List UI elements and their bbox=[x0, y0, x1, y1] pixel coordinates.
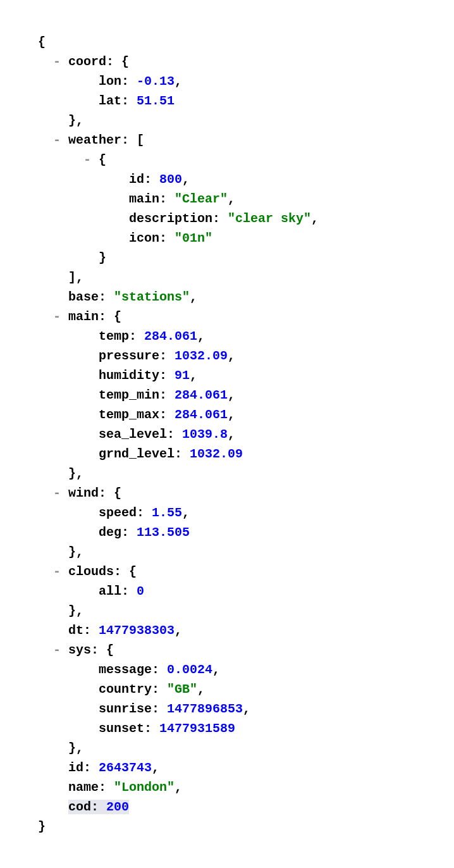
key-humidity: humidity bbox=[99, 368, 159, 383]
colon: : bbox=[167, 427, 182, 442]
sys-open-brace: { bbox=[106, 643, 114, 657]
key-name: name bbox=[68, 780, 99, 795]
weather-item-close-brace: } bbox=[99, 251, 106, 265]
colon: : bbox=[159, 368, 175, 383]
value-lon: -0.13 bbox=[137, 74, 175, 89]
comma: , bbox=[175, 74, 182, 89]
key-dt: dt bbox=[68, 623, 83, 638]
value-sys-country: "GB" bbox=[167, 682, 197, 697]
colon: : bbox=[159, 388, 175, 402]
key-weather-main: main bbox=[129, 192, 159, 206]
value-temp-max: 284.061 bbox=[175, 407, 228, 422]
key-weather-description: description bbox=[129, 211, 212, 226]
toggle-coord[interactable]: - bbox=[53, 54, 68, 69]
key-sys-sunrise: sunrise bbox=[99, 702, 152, 716]
value-sys-message: 0.0024 bbox=[167, 662, 212, 677]
value-sys-sunrise: 1477896853 bbox=[167, 702, 243, 716]
comma: , bbox=[76, 270, 83, 285]
value-weather-main: "Clear" bbox=[175, 192, 228, 206]
value-temp: 284.061 bbox=[144, 329, 197, 344]
highlighted-cod-row: cod: 200 bbox=[68, 800, 129, 814]
colon: : bbox=[121, 94, 137, 108]
toggle-weather[interactable]: - bbox=[53, 133, 68, 147]
value-weather-icon: "01n" bbox=[175, 231, 212, 245]
comma: , bbox=[175, 623, 182, 638]
colon: : bbox=[152, 682, 167, 697]
value-id: 2643743 bbox=[99, 760, 152, 775]
colon: : bbox=[121, 525, 137, 540]
comma: , bbox=[76, 545, 83, 559]
main-open-brace: { bbox=[114, 309, 121, 324]
colon: : bbox=[91, 643, 106, 657]
value-base: "stations" bbox=[114, 290, 190, 304]
key-lat: lat bbox=[99, 94, 121, 108]
key-weather-id: id bbox=[129, 172, 144, 187]
sys-close-brace: } bbox=[68, 741, 76, 755]
comma: , bbox=[76, 466, 83, 481]
coord-close-brace: } bbox=[68, 113, 76, 128]
colon: : bbox=[99, 780, 114, 795]
key-clouds: clouds bbox=[68, 564, 114, 579]
value-name: "London" bbox=[114, 780, 175, 795]
key-id: id bbox=[68, 760, 83, 775]
json-viewer: { - coord: { lon: -0.13, lat: 51.51 }, -… bbox=[38, 13, 416, 836]
root-open-brace: { bbox=[38, 35, 46, 49]
value-weather-id: 800 bbox=[159, 172, 182, 187]
comma: , bbox=[212, 662, 220, 677]
comma: , bbox=[76, 604, 83, 618]
value-sea-level: 1039.8 bbox=[182, 427, 228, 442]
key-cod: cod bbox=[68, 800, 91, 814]
toggle-weather-item[interactable]: - bbox=[83, 152, 99, 167]
comma: , bbox=[228, 349, 235, 363]
value-cod: 200 bbox=[106, 800, 129, 814]
root-close-brace: } bbox=[38, 819, 46, 834]
colon: : bbox=[144, 172, 159, 187]
key-temp-min: temp_min bbox=[99, 388, 159, 402]
value-dt: 1477938303 bbox=[99, 623, 175, 638]
colon: : bbox=[159, 349, 175, 363]
key-weather: weather bbox=[68, 133, 121, 147]
value-temp-min: 284.061 bbox=[175, 388, 228, 402]
key-sea-level: sea_level bbox=[99, 427, 167, 442]
toggle-sys[interactable]: - bbox=[53, 643, 68, 657]
comma: , bbox=[228, 388, 235, 402]
key-speed: speed bbox=[99, 505, 137, 520]
value-deg: 113.505 bbox=[137, 525, 190, 540]
key-grnd-level: grnd_level bbox=[99, 447, 175, 461]
comma: , bbox=[175, 780, 182, 795]
colon: : bbox=[99, 309, 114, 324]
colon: : bbox=[159, 407, 175, 422]
colon: : bbox=[144, 721, 159, 736]
comma: , bbox=[76, 113, 83, 128]
comma: , bbox=[197, 682, 205, 697]
key-sys-sunset: sunset bbox=[99, 721, 144, 736]
toggle-clouds[interactable]: - bbox=[53, 564, 68, 579]
toggle-main[interactable]: - bbox=[53, 309, 68, 324]
key-temp: temp bbox=[99, 329, 129, 344]
colon: : bbox=[152, 702, 167, 716]
key-sys: sys bbox=[68, 643, 91, 657]
colon: : bbox=[137, 505, 152, 520]
value-pressure: 1032.09 bbox=[175, 349, 228, 363]
key-clouds-all: all bbox=[99, 584, 121, 598]
comma: , bbox=[182, 172, 190, 187]
toggle-wind[interactable]: - bbox=[53, 486, 68, 500]
comma: , bbox=[76, 741, 83, 755]
comma: , bbox=[197, 329, 205, 344]
comma: , bbox=[228, 407, 235, 422]
main-close-brace: } bbox=[68, 466, 76, 481]
key-deg: deg bbox=[99, 525, 121, 540]
comma: , bbox=[243, 702, 250, 716]
weather-item-open-brace: { bbox=[99, 152, 106, 167]
key-pressure: pressure bbox=[99, 349, 159, 363]
wind-open-brace: { bbox=[114, 486, 121, 500]
comma: , bbox=[152, 760, 159, 775]
key-base: base bbox=[68, 290, 99, 304]
comma: , bbox=[190, 290, 197, 304]
key-temp-max: temp_max bbox=[99, 407, 159, 422]
key-weather-icon: icon bbox=[129, 231, 159, 245]
colon: : bbox=[159, 231, 175, 245]
colon: : bbox=[121, 74, 137, 89]
colon: : bbox=[129, 329, 144, 344]
value-sys-sunset: 1477931589 bbox=[159, 721, 235, 736]
